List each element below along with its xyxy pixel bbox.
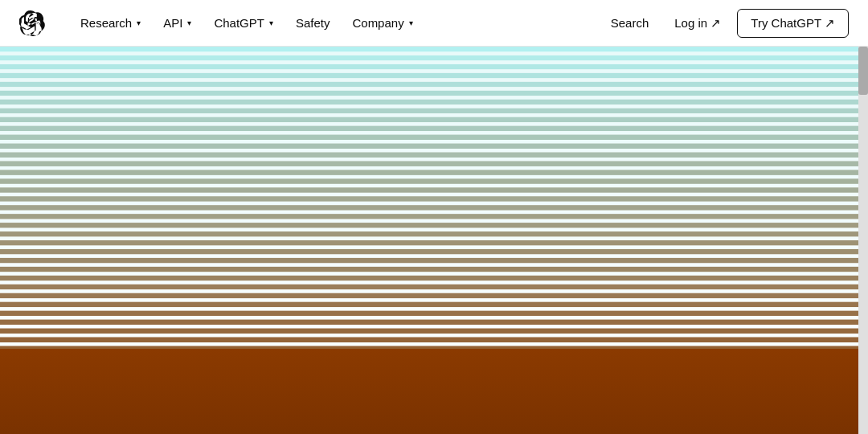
stripe-canvas — [0, 47, 868, 434]
nav-links: Research ▾ API ▾ ChatGPT ▾ Safety Compan… — [71, 10, 601, 36]
hero-section — [0, 47, 868, 434]
nav-item-chatgpt[interactable]: ChatGPT ▾ — [204, 10, 283, 36]
api-chevron-icon: ▾ — [187, 18, 191, 27]
nav-item-research[interactable]: Research ▾ — [71, 10, 150, 36]
nav-item-company[interactable]: Company ▾ — [342, 10, 422, 36]
nav-item-safety[interactable]: Safety — [286, 10, 340, 36]
scrollbar-thumb[interactable] — [858, 47, 868, 95]
openai-logo-icon — [19, 10, 45, 36]
logo[interactable] — [19, 10, 45, 36]
try-chatgpt-button[interactable]: Try ChatGPT ↗ — [737, 9, 849, 38]
company-chevron-icon: ▾ — [409, 18, 413, 27]
chatgpt-chevron-icon: ▾ — [269, 18, 273, 27]
scrollbar[interactable] — [858, 47, 868, 434]
navbar: Research ▾ API ▾ ChatGPT ▾ Safety Compan… — [0, 0, 868, 47]
search-button[interactable]: Search — [601, 10, 659, 36]
nav-item-api[interactable]: API ▾ — [154, 10, 201, 36]
login-button[interactable]: Log in ↗ — [665, 10, 731, 37]
nav-right: Search Log in ↗ Try ChatGPT ↗ — [601, 9, 849, 38]
research-chevron-icon: ▾ — [137, 18, 141, 27]
